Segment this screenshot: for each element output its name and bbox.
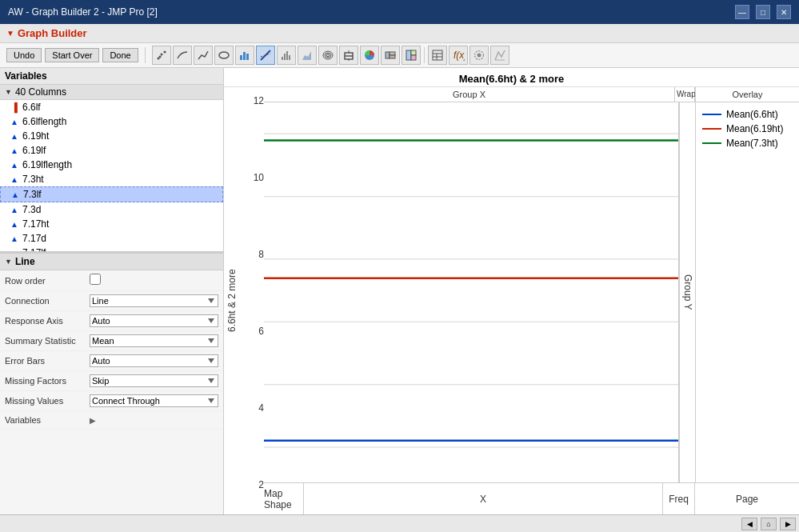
chart-legend: Mean(6.6ht) Mean(6.19ht) Mean(7.3ht) [695, 102, 799, 482]
undo-button[interactable]: Undo [6, 48, 42, 62]
legend-item-7.3ht: Mean(7.3ht) [702, 138, 793, 149]
var-item-7.17lf[interactable]: ▲ 7.17lf [0, 246, 223, 252]
missing-values-label: Missing Values [5, 396, 85, 406]
line-active-chart-button[interactable] [256, 46, 275, 65]
var-item-6.19lflength[interactable]: ▲ 6.19lflength [0, 158, 223, 172]
missing-values-row: Missing Values Connect Through Gap [0, 391, 223, 411]
var-item-7.17ht[interactable]: ▲ 7.17ht [0, 217, 223, 231]
variables-expand-icon[interactable]: ▶ [90, 416, 96, 425]
response-axis-row: Response Axis Auto Left Right [0, 311, 223, 331]
pie-chart-button[interactable] [360, 46, 379, 65]
var-item-6.6lflength[interactable]: ▲ 6.6lflength [0, 114, 223, 129]
var-item-7.3d[interactable]: ▲ 7.3d [0, 202, 223, 217]
nav-left-button[interactable]: ◀ [741, 518, 757, 530]
connection-select[interactable]: Line Step Jump [90, 294, 218, 307]
connection-label: Connection [5, 296, 85, 306]
var-icon-6.6lf: ▐ [10, 102, 19, 112]
row-order-label: Row order [5, 276, 85, 286]
var-item-6.19lf[interactable]: ▲ 6.19lf [0, 143, 223, 158]
box-chart-button[interactable] [339, 46, 358, 65]
start-over-button[interactable]: Start Over [45, 48, 99, 62]
y-tick-8: 8 [240, 249, 264, 260]
missing-factors-select[interactable]: Skip Connect [90, 374, 218, 387]
line-chart-button[interactable] [194, 46, 213, 65]
y-tick-6: 6 [240, 326, 264, 337]
response-axis-select[interactable]: Auto Left Right [90, 314, 218, 327]
svg-rect-22 [386, 52, 390, 58]
svg-point-3 [158, 56, 161, 58]
var-item-7.17d[interactable]: ▲ 7.17d [0, 231, 223, 246]
ellipse-chart-button[interactable] [214, 46, 234, 65]
content-area: Variables ▼ 40 Columns ▐ 6.6lf ▲ 6.6lfle… [0, 68, 799, 514]
panel-header: ▼ Graph Builder [0, 24, 799, 43]
group-y-label: Group Y [679, 102, 695, 482]
line-properties-section: ▼ Line Row order Connection Line Step [0, 253, 223, 514]
var-icon-7.17ht: ▲ [10, 219, 19, 229]
bar-chart-button[interactable] [235, 46, 254, 65]
columns-collapse-icon[interactable]: ▼ [5, 88, 12, 96]
nav-right-button[interactable]: ▶ [780, 518, 796, 530]
svg-rect-25 [406, 50, 411, 60]
area-chart-button[interactable] [298, 46, 317, 65]
variables-label: Variables [5, 70, 47, 82]
table-chart-button[interactable] [428, 46, 447, 65]
connection-control: Line Step Jump [90, 294, 218, 307]
contour-chart-button[interactable] [318, 46, 338, 65]
var-item-6.6lf[interactable]: ▐ 6.6lf [0, 100, 223, 114]
status-bar: ◀ ⌂ ▶ [0, 514, 799, 532]
variables-row: Variables ▶ [0, 411, 223, 430]
treemap-chart-button[interactable] [401, 46, 421, 65]
error-bars-select[interactable]: Auto None Std Dev Std Err [90, 354, 218, 367]
legend-label-6.6ht: Mean(6.6ht) [726, 109, 778, 120]
main-container: ▼ Graph Builder Undo Start Over Done [0, 24, 799, 532]
legend-label-6.19ht: Mean(6.19ht) [726, 123, 783, 134]
nav-home-button[interactable]: ⌂ [761, 518, 777, 530]
var-icon-7.3ht: ▲ [10, 174, 19, 184]
map-chart-button[interactable] [381, 46, 400, 65]
columns-count: 40 Columns [15, 86, 66, 98]
diagnostics-button[interactable] [490, 46, 509, 65]
var-icon-6.19lf: ▲ [10, 146, 19, 155]
chart-plot-and-legend: Group Y Mean(6.6ht) Mean(6.19ht) [264, 102, 799, 482]
svg-point-33 [477, 54, 481, 58]
row-order-control [90, 274, 218, 287]
chart-body: 6.6ht & 2 more 12 10 8 6 4 2 Group X W [224, 87, 799, 514]
missing-factors-label: Missing Factors [5, 376, 85, 386]
svg-rect-23 [390, 52, 395, 55]
panel-collapse-icon[interactable]: ▼ [6, 29, 14, 38]
error-bars-label: Error Bars [5, 356, 85, 366]
chart-area: Mean(6.6ht) & 2 more 6.6ht & 2 more 12 1… [224, 68, 799, 514]
y-tick-12: 12 [240, 95, 264, 106]
svg-point-4 [219, 52, 229, 58]
svg-rect-12 [286, 51, 288, 60]
line-collapse-icon[interactable]: ▼ [5, 258, 12, 266]
smoother-chart-button[interactable] [173, 46, 192, 65]
svg-text:f(x): f(x) [453, 50, 465, 61]
missing-values-select[interactable]: Connect Through Gap [90, 394, 218, 407]
close-button[interactable]: ✕ [777, 5, 791, 19]
formula-button[interactable]: f(x) [449, 46, 468, 65]
x-axis-cell: X [304, 483, 663, 514]
summary-statistic-label: Summary Statistic [5, 336, 85, 346]
window-controls: — □ ✕ [735, 5, 791, 19]
var-item-7.3lf[interactable]: ▲ 7.3lf [0, 186, 223, 202]
legend-item-6.6ht: Mean(6.6ht) [702, 109, 793, 120]
svg-rect-26 [411, 50, 416, 55]
histogram-chart-button[interactable] [277, 46, 296, 65]
maximize-button[interactable]: □ [756, 5, 770, 19]
minimize-button[interactable]: — [735, 5, 749, 19]
var-icon-6.19lflength: ▲ [10, 160, 19, 170]
y-tick-10: 10 [240, 172, 264, 183]
done-button[interactable]: Done [102, 48, 138, 62]
chart-bottom: Map Shape X Freq Page [264, 482, 799, 514]
scatter-chart-button[interactable] [152, 46, 171, 65]
legend-line-6.19ht [702, 128, 721, 130]
var-item-6.19ht[interactable]: ▲ 6.19ht [0, 129, 223, 143]
var-item-7.3ht[interactable]: ▲ 7.3ht [0, 172, 223, 186]
summary-statistic-select[interactable]: Mean Median Sum N [90, 334, 218, 347]
panel-title: Graph Builder [18, 27, 87, 39]
svg-point-1 [160, 54, 162, 56]
row-order-checkbox[interactable] [90, 274, 101, 285]
toolbar-separator [145, 47, 146, 63]
graph-settings-button[interactable] [469, 46, 489, 65]
